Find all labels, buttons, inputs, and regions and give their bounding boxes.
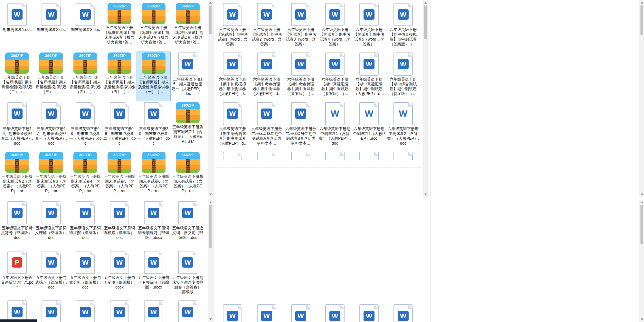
file-item[interactable]: 五年级语文下册标点符号（部编版）.doc	[0, 200, 34, 250]
zip-file-icon	[39, 152, 63, 173]
file-item[interactable]	[102, 299, 137, 322]
file-item[interactable]: 五年级语文下册句子专项练习（部编版）.docx	[137, 250, 171, 299]
file-item[interactable]: 三年级英语下册20、期末重点校卷三（人教PEP）.doc	[137, 101, 171, 151]
file-item[interactable]: 六年级英语下册【期中综合测试卷】期中测试卷（答案版）（…	[386, 52, 420, 101]
file-item[interactable]	[215, 303, 250, 322]
file-item[interactable]	[137, 299, 171, 322]
scrollbar-thumb[interactable]	[424, 5, 427, 39]
file-item[interactable]	[250, 303, 284, 322]
file-item[interactable]: 三年级英语下册16、期末普通校密卷二（人教PEP）.doc	[0, 101, 34, 151]
file-item[interactable]: 六年级英语下册【期中仿真模拟卷】期中测试卷（答案版）（…	[386, 2, 420, 52]
pdf-file-icon	[7, 251, 27, 274]
file-item[interactable]: 六年级英语下册【笔试卷】期中考试卷5（word，含答案）.	[352, 2, 386, 52]
zip-file-icon	[176, 102, 200, 123]
file-item[interactable]: 三年级英语下册版期末测试卷4（含答案）（人教PEP）.rar	[68, 151, 102, 200]
zip-file-icon	[108, 52, 131, 74]
file-item[interactable]: 六年级英语下册【期中考点梳理卷】期中测试卷（答案版）（…	[284, 52, 318, 101]
file-item[interactable]: 三年级英语下册【标准化测试】期末测试C卷（版含听力音频+答…	[171, 2, 205, 52]
word-file-icon	[7, 102, 27, 125]
file-item[interactable]: 三年级英语下册版期末测试卷3（含答案）（人教PEP）.rar	[34, 151, 68, 200]
file-label: 六年级英语下册【笔试卷】期中考试卷2（word，含答案）.	[250, 27, 283, 47]
file-item[interactable]: 六年级英语下册【期中真题汇编卷】期中测试卷（人教PEP）.d…	[352, 52, 386, 101]
zip-file-icon	[142, 52, 166, 74]
word-file-icon	[223, 52, 242, 76]
file-item[interactable]: 三年级英语下册版期末测试卷7（含答案）（人教PEP）.rar	[171, 151, 205, 200]
file-item[interactable]: 五年级语文下册词语积累（部编版）.doc	[102, 200, 137, 250]
file-item[interactable]: 三年级英语下册版期末测试卷5（含答案）（人教PEP）.rar	[102, 151, 137, 200]
word-file-icon	[178, 251, 197, 274]
file-label: 六年级英语下册【期中考点梳理卷】期中测试卷（答案版）（…	[284, 77, 317, 96]
file-item[interactable]	[68, 299, 102, 322]
file-item[interactable]	[284, 303, 318, 322]
file-list-header-strip	[435, 308, 639, 322]
file-item[interactable]: 六年级英语下册【期中仿真模拟卷】期中测试卷（人教PEP）.d…	[215, 52, 250, 101]
file-item[interactable]: 六年级英语下册期中测试卷1（含答案）（人教PEP）.doc	[318, 101, 352, 151]
scrollbar-thumb[interactable]	[209, 205, 212, 248]
file-item[interactable]: 五年级语文下册句子专项（部编版）.docx	[102, 250, 137, 299]
file-item[interactable]: 三年级英语下册【标准化测试】期末测试A卷（版含听力音频+答…	[102, 2, 137, 52]
taskbar-fragment	[0, 319, 37, 322]
file-item[interactable]	[34, 299, 68, 322]
file-label: 三年级英语下册15、期末普通校密卷一（人教PEP）.doc	[171, 77, 204, 96]
word-file-icon	[291, 102, 310, 125]
file-item[interactable]: 六年级英语下册期中测试卷2（含答案）（人教PEP）.doc	[386, 101, 420, 151]
file-item[interactable]: 三年级英语下册【名师押题】期末质量检测模拟试卷（四）（…	[68, 52, 102, 101]
file-item[interactable]: 三年级英语下册版期末测试卷1（含答案）（人教PEP）.rar	[171, 101, 205, 151]
file-item[interactable]: 五年级语文下册词语搭配（部编版）.doc	[68, 200, 102, 250]
word-file-icon	[257, 3, 276, 26]
file-label: 五年级语文下册句意分析（部编版）.doc	[69, 275, 102, 290]
word-file-icon	[76, 300, 95, 322]
scrollbar-thumb[interactable]	[640, 5, 643, 35]
file-item[interactable]: 六年级英语下册【笔试卷】期中考试卷4（word，含答案）.	[318, 2, 352, 52]
file-item[interactable]: 三年级英语下册【名师押题】期末质量检测模拟试卷（五）（…	[102, 52, 137, 101]
file-item[interactable]: 三年级英语下册15、期末普通校密卷一（人教PEP）.doc	[171, 52, 205, 101]
scrollbar[interactable]	[639, 200, 644, 322]
file-item[interactable]: 六年级英语下册分层培优基础卷期中测试卷A卷含听力材料文本…	[250, 101, 284, 151]
file-item[interactable]: 六年级英语下册【期中考点梳理卷】期中测试卷（人教PEP）.d…	[250, 52, 284, 101]
file-item[interactable]: 五年级语文下册近义词、反义词（部编版）.doc	[171, 200, 205, 250]
file-item[interactable]: 六年级英语下册期中测试卷1（人教PEP）.doc	[352, 101, 386, 151]
file-item[interactable]: 三年级英语下册版期末测试卷2（含答案）（人教PEP）.rar	[0, 151, 34, 200]
scrollbar[interactable]	[208, 0, 213, 197]
zip-file-icon	[5, 152, 29, 173]
file-item[interactable]: 三年级英语下册【标准化测试】期末测试B卷（版含听力音频+答…	[137, 2, 171, 52]
file-item[interactable]: 五年级语文下册词语专项练习（部编版）.docx	[137, 200, 171, 250]
file-item[interactable]: 五年级语文下册句式练习（部编版）.doc	[34, 250, 68, 299]
file-item[interactable]: 三年级英语下册【名师押题】期末质量检测模拟试卷（一）（…	[137, 52, 171, 101]
file-item[interactable]: 五年级语文下册词义理解（部编版）.doc	[34, 200, 68, 250]
file-item[interactable]: 三年级英语下册版期末测试卷6（含答案）（人教PEP）.rar	[137, 151, 171, 200]
file-item[interactable]: 六年级英语下册【笔试卷】期中考试卷1（word，含答案）.	[215, 2, 250, 52]
scrollbar-thumb[interactable]	[640, 205, 643, 244]
file-item[interactable]	[171, 299, 205, 322]
file-label: 三年级英语下册版期末测试卷4（含答案）（人教PEP）.rar	[69, 174, 102, 194]
zip-file-icon	[176, 3, 200, 24]
scrollbar-thumb[interactable]	[209, 5, 212, 34]
file-item[interactable]: 三年级英语下册【名师押题】期末质量检测模拟试卷（三）（…	[34, 52, 68, 101]
scrollbar[interactable]	[208, 200, 213, 322]
file-label: 六年级英语下册【期中综合测试卷】期中测试卷（人教PEP）.d…	[216, 127, 249, 146]
file-item[interactable]: 五年级语文下册期末复习词语专项检测卷（含答案）（部编版…	[171, 250, 205, 299]
zip-file-icon	[142, 3, 166, 24]
file-item[interactable]: 六年级英语下册【期中综合测试卷】期中测试卷（人教PEP）.d…	[215, 101, 250, 151]
file-item[interactable]: 期末测试卷3.doc	[68, 2, 102, 52]
file-item[interactable]: 期末测试卷2.doc	[34, 2, 68, 52]
file-item[interactable]: 三年级英语下册18、期末重点校卷一（人教PEP）.doc	[68, 101, 102, 151]
file-item[interactable]: 六年级英语下册【笔试卷】期中考试卷2（word，含答案）.	[250, 2, 284, 52]
file-item[interactable]: 六年级英语下册【期中真题汇编卷】期中测试卷（答案版）（…	[318, 52, 352, 101]
word-file-icon	[223, 3, 242, 26]
file-item[interactable]: 六年级英语下册分层培优提升卷期中测试卷B卷含听力材料文本…	[284, 101, 318, 151]
file-item[interactable]: 五年级语文下册句意分析（部编版）.doc	[68, 250, 102, 299]
scrollbar[interactable]	[423, 0, 428, 197]
file-item[interactable]: 三年级英语下册17、期末普通校密卷三（人教PEP）.doc	[34, 101, 68, 151]
file-item[interactable]	[0, 299, 34, 322]
file-item[interactable]: 期末测试卷1.doc	[0, 2, 34, 52]
file-item[interactable]	[318, 303, 352, 322]
file-item[interactable]: 五年级语文下册近义词反义词汇总.pdf	[0, 250, 34, 299]
file-item[interactable]	[352, 303, 386, 322]
file-label: 三年级英语下册【名师押题】期末质量检测模拟试卷（一）（…	[137, 75, 170, 94]
file-item[interactable]: 三年级英语下册【名师押题】期末质量检测模拟试卷（二）（…	[0, 52, 34, 101]
scrollbar[interactable]	[639, 0, 644, 197]
file-item[interactable]	[386, 303, 420, 322]
file-item[interactable]: 六年级英语下册【笔试卷】期中考试卷3（word，含答案）.	[284, 2, 318, 52]
file-item[interactable]: 三年级英语下册19、期末重点校卷二（人教PEP）.doc	[102, 101, 137, 151]
